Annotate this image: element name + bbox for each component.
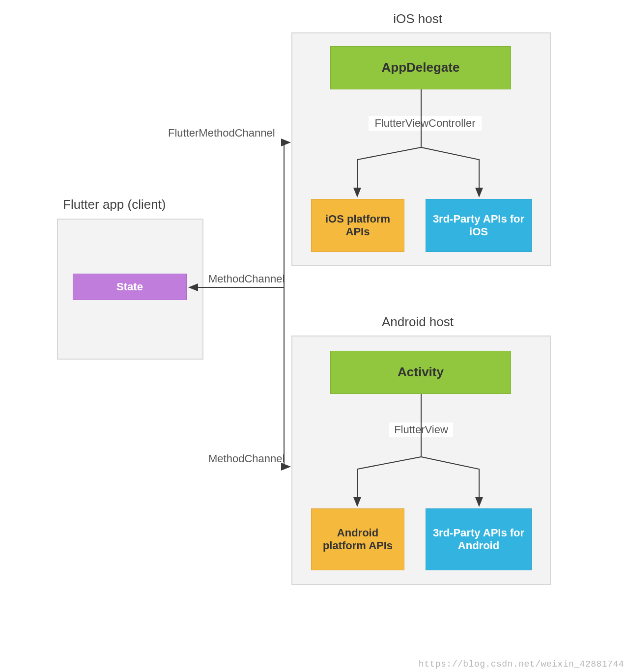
connectors-svg bbox=[0, 0, 628, 672]
watermark-text: https://blog.csdn.net/weixin_42881744 bbox=[419, 659, 624, 669]
